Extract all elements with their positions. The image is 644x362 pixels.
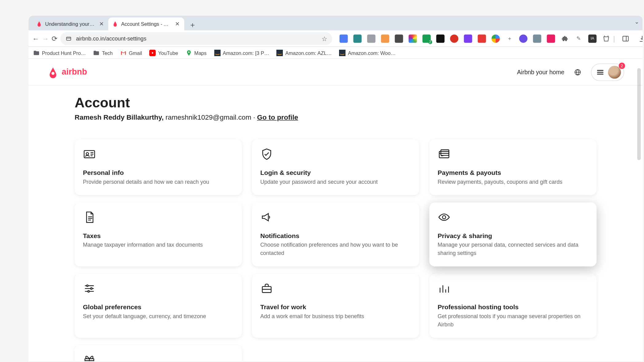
extension-icon[interactable] <box>409 34 417 43</box>
bookmark-gmail[interactable]: Gmail <box>120 49 142 56</box>
bookmark-amazon[interactable]: Amazon.com: AZL… <box>277 49 332 56</box>
airbnb-favicon <box>36 21 42 27</box>
side-panel-icon[interactable] <box>620 33 632 44</box>
card-notifications[interactable]: Notifications Choose notification prefer… <box>252 203 420 267</box>
card-global-preferences[interactable]: Global preferences Set your default lang… <box>75 274 242 338</box>
extension-icon[interactable] <box>547 34 555 43</box>
user-menu-button[interactable]: 2 <box>591 63 624 81</box>
card-desc: Get professional tools if you manage sev… <box>438 313 588 329</box>
new-tab-button[interactable]: ＋ <box>187 19 198 30</box>
bookmark-star-icon[interactable]: ☆ <box>322 35 328 42</box>
tab-title: Understanding your personal <box>45 21 96 27</box>
extension-icon[interactable] <box>533 34 541 43</box>
extension-icon[interactable] <box>450 34 459 43</box>
globe-icon[interactable] <box>571 65 585 79</box>
shield-icon <box>260 148 273 161</box>
bookmark-folder[interactable]: Product Hunt Pro… <box>33 49 86 56</box>
card-professional-hosting-tools[interactable]: Professional hosting tools Get professio… <box>429 274 597 338</box>
close-icon[interactable]: ✕ <box>174 21 181 27</box>
extension-icon[interactable]: IA <box>588 34 597 43</box>
svg-point-16 <box>91 288 92 289</box>
tab-understanding-personal[interactable]: Understanding your personal ✕ <box>32 17 108 30</box>
url-text: airbnb.co.in/account-settings <box>76 35 318 42</box>
svg-point-14 <box>443 216 446 219</box>
amazon-icon <box>277 49 283 56</box>
downloads-icon[interactable] <box>636 33 643 44</box>
back-button[interactable]: ← <box>32 33 39 44</box>
bookmark-amazon[interactable]: Amazon.com: [3 P… <box>214 49 269 56</box>
settings-cards-grid: Personal info Provide personal details a… <box>75 140 597 361</box>
card-payments-payouts[interactable]: Payments & payouts Review payments, payo… <box>429 140 597 195</box>
bookmark-label: Gmail <box>129 50 142 56</box>
extension-icon[interactable] <box>519 34 528 43</box>
account-body: Account Ramesh Reddy Billakurthy, ramesh… <box>29 86 643 361</box>
site-info-icon[interactable] <box>65 35 72 42</box>
close-icon[interactable]: ✕ <box>98 21 105 27</box>
extension-icon[interactable]: ＋ <box>505 34 514 43</box>
scrollbar-thumb[interactable] <box>637 68 641 160</box>
svg-rect-8 <box>339 49 345 56</box>
card-desc: Review payments, payouts, coupons and gi… <box>438 178 588 186</box>
card-travel-for-work[interactable]: Travel for work Add a work email for bus… <box>252 274 420 338</box>
page-content: airbnb Airbnb your home 2 <box>29 59 643 361</box>
extension-icon[interactable] <box>478 34 486 43</box>
extension-icon[interactable] <box>436 34 445 43</box>
extension-icon[interactable] <box>464 34 472 43</box>
card-desc: Add a work email for business trip benef… <box>260 313 411 321</box>
tab-strip: Understanding your personal ✕ Account Se… <box>29 16 643 30</box>
brand-text: airbnb <box>62 67 87 77</box>
tabs-dropdown-icon[interactable]: ⌄ <box>634 18 639 25</box>
extensions-area: 2 ＋ ✎ IA <box>340 34 611 43</box>
extension-icon[interactable]: ✎ <box>575 34 583 43</box>
user-name: Ramesh Reddy Billakurthy, <box>75 113 164 121</box>
card-title: Notifications <box>260 232 411 240</box>
bookmark-label: Maps <box>194 50 206 56</box>
extension-icon[interactable] <box>492 34 500 43</box>
card-login-security[interactable]: Login & security Update your password an… <box>252 140 420 195</box>
bookmark-label: Amazon.com: [3 P… <box>223 50 269 56</box>
card-desc: Provide personal details and how we can … <box>83 178 234 186</box>
card-referral-credit[interactable]: Referral credit & coupons Your referral … <box>75 345 242 361</box>
bookmark-label: Tech <box>102 50 113 56</box>
extensions-puzzle-icon[interactable] <box>561 34 569 43</box>
bookmark-maps[interactable]: Maps <box>185 49 207 56</box>
card-title: Login & security <box>260 169 411 176</box>
reload-button[interactable]: ⟳ <box>52 33 58 44</box>
card-taxes[interactable]: Taxes Manage taxpayer information and ta… <box>75 203 242 267</box>
address-bar[interactable]: airbnb.co.in/account-settings ☆ <box>60 32 332 45</box>
card-desc: Choose notification preferences and how … <box>260 241 411 257</box>
card-title: Payments & payouts <box>438 169 588 176</box>
svg-point-11 <box>86 152 89 155</box>
extension-icon[interactable] <box>340 34 348 43</box>
forward-button[interactable]: → <box>42 33 49 44</box>
tab-account-settings[interactable]: Account Settings - Airbnb ✕ <box>108 17 185 30</box>
gift-icon <box>83 353 96 361</box>
card-privacy-sharing[interactable]: Privacy & sharing Manage your personal d… <box>429 203 597 267</box>
card-personal-info[interactable]: Personal info Provide personal details a… <box>75 140 242 195</box>
card-title: Professional hosting tools <box>438 303 588 311</box>
bookmark-label: Amazon.com: AZL… <box>285 50 332 56</box>
host-home-link[interactable]: Airbnb your home <box>517 69 564 76</box>
airbnb-logo[interactable]: airbnb <box>47 66 87 78</box>
svg-point-5 <box>188 51 189 52</box>
page-title: Account <box>75 95 597 110</box>
svg-point-15 <box>87 285 88 287</box>
bookmark-folder[interactable]: Tech <box>93 49 113 56</box>
extension-icon[interactable] <box>602 34 611 43</box>
extension-icon[interactable]: 2 <box>423 34 431 43</box>
card-desc: Set your default language, currency, and… <box>83 313 234 321</box>
card-title: Global preferences <box>83 303 234 311</box>
notification-badge: 2 <box>619 62 625 69</box>
extension-icon[interactable] <box>367 34 376 43</box>
bookmark-youtube[interactable]: YouTube <box>150 49 178 56</box>
page-scrollbar[interactable] <box>637 59 642 361</box>
extension-icon[interactable] <box>381 34 389 43</box>
svg-rect-13 <box>441 150 449 155</box>
extension-icon[interactable] <box>353 34 362 43</box>
extension-icon[interactable] <box>395 34 403 43</box>
go-to-profile-link[interactable]: Go to profile <box>257 113 298 121</box>
folder-icon <box>33 49 40 56</box>
bookmark-label: Amazon.com: Woo… <box>348 50 396 56</box>
bookmark-amazon[interactable]: Amazon.com: Woo… <box>339 49 396 56</box>
payments-icon <box>438 148 451 161</box>
